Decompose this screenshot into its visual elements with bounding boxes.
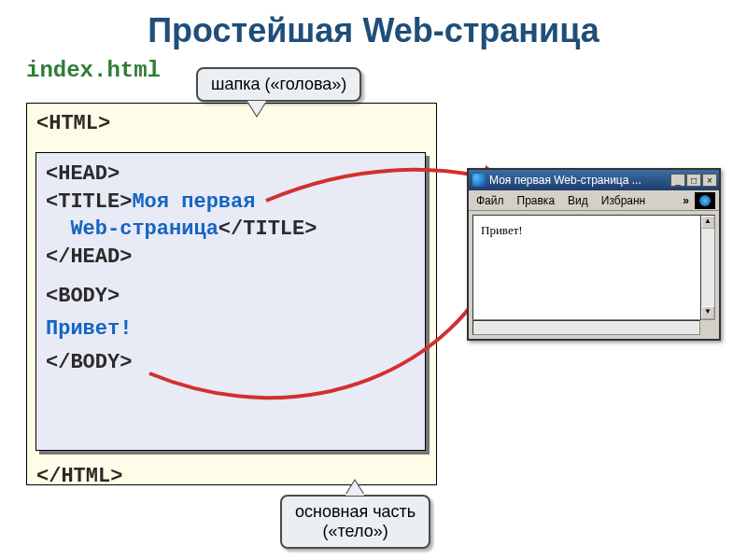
callout-body-line1: основная часть	[295, 502, 416, 522]
menu-favorites[interactable]: Избранн	[598, 194, 649, 207]
menu-file[interactable]: Файл	[472, 194, 508, 207]
scroll-down-icon[interactable]: ▼	[701, 306, 714, 319]
ie-logo-icon	[695, 192, 715, 209]
close-button[interactable]: ×	[702, 174, 717, 187]
callout-head: шапка («голова»)	[196, 67, 361, 102]
head-close-tag: </HEAD>	[46, 244, 416, 272]
maximize-button[interactable]: □	[686, 174, 701, 187]
head-open-tag: <HEAD>	[46, 161, 416, 189]
html-open-tag: <HTML>	[36, 111, 427, 137]
horizontal-scrollbar[interactable]	[472, 320, 700, 335]
title-text-1: Моя первая	[132, 190, 255, 214]
title-text-2: Web-страница	[70, 217, 218, 241]
code-inner-box: <HEAD> <TITLE>Моя первая Web-страница</T…	[35, 152, 426, 451]
callout-body-tail	[345, 481, 364, 496]
body-open-tag: <BODY>	[46, 283, 416, 311]
title-line-2: Web-страница</TITLE>	[46, 216, 416, 244]
body-text-line: Привет!	[46, 315, 416, 343]
menu-overflow-icon[interactable]: »	[683, 194, 689, 207]
ie-icon	[472, 174, 486, 187]
title-line-1: <TITLE>Моя первая	[46, 189, 416, 217]
browser-titlebar: Моя первая Web-страница ... _ □ ×	[469, 170, 719, 190]
window-buttons: _ □ ×	[670, 174, 717, 187]
page-body-text: Привет!	[481, 223, 523, 237]
callout-head-tail	[247, 101, 266, 116]
scroll-up-icon[interactable]: ▲	[701, 216, 714, 229]
menu-edit[interactable]: Правка	[514, 194, 559, 207]
browser-title-text: Моя первая Web-страница ...	[489, 174, 641, 187]
title-open-tag: <TITLE>	[46, 190, 132, 214]
callout-body-line2: («тело»)	[295, 522, 416, 541]
browser-menubar: Файл Правка Вид Избранн »	[469, 190, 719, 211]
browser-content: Привет!	[472, 215, 715, 320]
slide-title: Простейшая Web-страница	[0, 11, 747, 50]
vertical-scrollbar[interactable]: ▲ ▼	[700, 215, 715, 320]
filename-label: index.html	[26, 58, 747, 83]
body-close-tag: </BODY>	[46, 349, 416, 377]
menu-view[interactable]: Вид	[564, 194, 592, 207]
callout-body: основная часть («тело»)	[280, 495, 430, 549]
minimize-button[interactable]: _	[670, 174, 685, 187]
html-close-tag: </HTML>	[36, 464, 427, 490]
browser-window: Моя первая Web-страница ... _ □ × Файл П…	[467, 168, 721, 341]
title-close-tag: </TITLE>	[218, 217, 317, 241]
